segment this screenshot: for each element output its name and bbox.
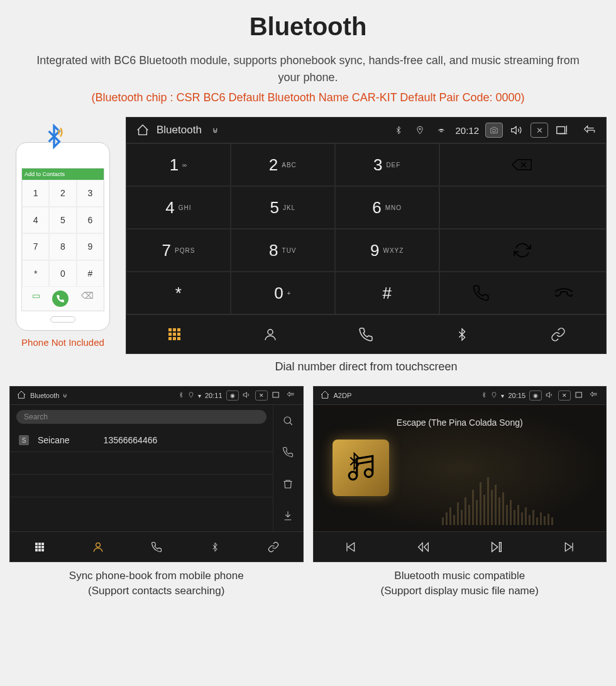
play-pause-button[interactable] xyxy=(459,532,532,562)
bluetooth-icon xyxy=(481,392,487,399)
recent-apps-icon[interactable] xyxy=(554,123,569,138)
location-icon xyxy=(412,123,427,138)
side-empty-1 xyxy=(439,186,606,229)
album-art-icon xyxy=(333,440,389,496)
music-caption: Bluetooth music compatible (Support disp… xyxy=(313,568,607,599)
key-1[interactable]: 1∞ xyxy=(126,143,231,186)
home-icon[interactable] xyxy=(135,123,150,138)
hangup-button[interactable] xyxy=(522,284,605,302)
phone-header: Add to Contacts xyxy=(22,169,104,180)
phone-call-icon xyxy=(52,290,69,307)
recent-apps-icon[interactable] xyxy=(272,390,282,401)
bluetooth-signal-icon xyxy=(41,124,67,153)
prev-track-button[interactable] xyxy=(314,532,387,562)
contact-row-empty xyxy=(10,497,273,520)
key-4[interactable]: 4GHI xyxy=(126,186,231,229)
contacts-screen: Bluetooth ⊍ ▾ 20:11 ◉ ✕ Search xyxy=(9,386,304,562)
volume-icon[interactable] xyxy=(509,123,524,138)
screenshot-icon[interactable] xyxy=(485,123,503,138)
music-controls xyxy=(314,531,607,562)
nav-pair[interactable] xyxy=(510,315,606,353)
backspace-button[interactable] xyxy=(439,143,606,186)
song-title: Escape (The Pina Colada Song) xyxy=(397,418,523,428)
svg-point-6 xyxy=(96,543,100,547)
wifi-icon xyxy=(434,123,449,138)
rewind-button[interactable] xyxy=(387,532,459,562)
key-2[interactable]: 2ABC xyxy=(231,143,335,186)
key-3[interactable]: 3DEF xyxy=(335,143,439,186)
contacts-caption: Sync phone-book from mobile phone (Suppo… xyxy=(9,568,304,599)
volume-icon[interactable] xyxy=(243,390,251,401)
music-screen: A2DP ▾ 20:15 ◉ ✕ Escape (The Pina Colada… xyxy=(313,386,607,562)
key-star[interactable]: * xyxy=(126,272,231,314)
call-button[interactable] xyxy=(440,284,523,302)
phone-mockup: Add to Contacts 123 456 789 *0# ▭ ⌫ xyxy=(16,142,110,331)
home-icon[interactable] xyxy=(320,390,330,401)
svg-point-5 xyxy=(284,417,291,424)
back-icon[interactable] xyxy=(582,123,597,138)
dialer-bar-title: Bluetooth xyxy=(157,124,202,136)
location-icon xyxy=(491,392,497,399)
key-7[interactable]: 7PQRS xyxy=(126,229,231,272)
bluetooth-icon xyxy=(178,392,184,399)
key-hash[interactable]: # xyxy=(335,272,439,314)
specs-text: (Bluetooth chip : CSR BC6 Default Blueto… xyxy=(9,91,607,104)
usb-icon: ⊍ xyxy=(63,392,67,399)
audio-visualizer xyxy=(402,475,594,525)
nav-contacts[interactable] xyxy=(223,315,319,353)
contact-row[interactable]: S Seicane 13566664466 xyxy=(10,429,273,452)
back-icon[interactable] xyxy=(588,390,600,401)
svg-point-8 xyxy=(349,472,357,480)
phone-dialpad: 123 456 789 *0# xyxy=(22,180,104,287)
phone-caption: Phone Not Included xyxy=(9,337,116,348)
page-title: Bluetooth xyxy=(9,13,607,41)
volume-icon[interactable] xyxy=(546,390,554,401)
side-delete-icon[interactable] xyxy=(273,468,303,500)
dialer-status-bar: Bluetooth ⊍ 20:12 ✕ xyxy=(126,118,606,143)
music-status-bar: A2DP ▾ 20:15 ◉ ✕ xyxy=(314,387,607,405)
key-5[interactable]: 5JKL xyxy=(231,186,335,229)
home-icon[interactable] xyxy=(16,390,26,401)
contact-number: 13566664466 xyxy=(104,435,158,445)
contacts-status-bar: Bluetooth ⊍ ▾ 20:11 ◉ ✕ xyxy=(10,387,303,405)
recent-apps-icon[interactable] xyxy=(575,390,585,401)
bluetooth-icon xyxy=(391,123,406,138)
key-9[interactable]: 9WXYZ xyxy=(335,229,439,272)
nav-pair[interactable] xyxy=(244,532,302,562)
nav-recent[interactable] xyxy=(318,315,414,353)
nav-bluetooth[interactable] xyxy=(414,315,510,353)
close-icon[interactable]: ✕ xyxy=(531,123,548,138)
nav-dialpad[interactable] xyxy=(10,532,69,562)
side-search-icon[interactable] xyxy=(273,405,303,436)
redial-button[interactable] xyxy=(439,229,606,272)
contacts-bottom-nav xyxy=(10,531,303,562)
svg-rect-2 xyxy=(557,127,565,134)
side-download-icon[interactable] xyxy=(273,500,303,531)
usb-icon: ⊍ xyxy=(208,123,223,138)
next-track-button[interactable] xyxy=(533,532,606,562)
side-call-icon[interactable] xyxy=(273,436,303,468)
back-icon[interactable] xyxy=(285,390,297,401)
nav-recent[interactable] xyxy=(127,532,185,562)
nav-contacts[interactable] xyxy=(69,532,127,562)
svg-rect-7 xyxy=(576,392,581,397)
key-6[interactable]: 6MNO xyxy=(335,186,439,229)
description-text: Integrated with BC6 Bluetooth module, su… xyxy=(9,52,607,86)
nav-bluetooth[interactable] xyxy=(185,532,244,562)
svg-point-9 xyxy=(365,469,373,477)
svg-point-3 xyxy=(268,329,273,335)
screenshot-icon[interactable]: ◉ xyxy=(226,390,239,401)
wifi-icon: ▾ xyxy=(198,392,201,399)
screenshot-icon[interactable]: ◉ xyxy=(529,390,542,401)
key-8[interactable]: 8TUV xyxy=(231,229,335,272)
close-icon[interactable]: ✕ xyxy=(558,390,571,401)
dialer-bottom-nav xyxy=(126,314,606,353)
music-body: Escape (The Pina Colada Song) xyxy=(314,405,607,531)
nav-dialpad[interactable] xyxy=(126,315,223,353)
close-icon[interactable]: ✕ xyxy=(255,390,268,401)
wifi-icon: ▾ xyxy=(501,392,504,399)
key-0[interactable]: 0+ xyxy=(231,272,335,314)
music-bar-title: A2DP xyxy=(334,392,352,399)
search-input[interactable]: Search xyxy=(16,410,267,424)
clock-text: 20:15 xyxy=(508,392,525,399)
